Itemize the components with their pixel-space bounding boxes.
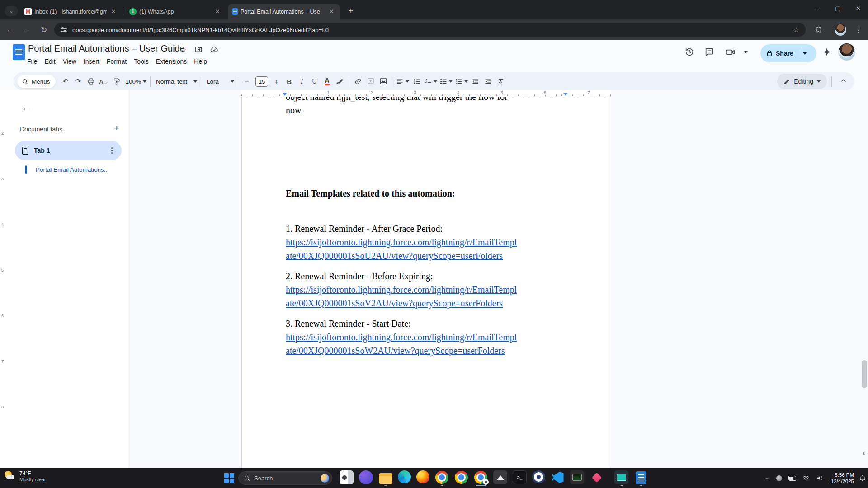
document-page[interactable]: object named hjjh_test, selecting that w…: [241, 97, 611, 468]
menu-view[interactable]: View: [59, 57, 80, 66]
add-comment-icon[interactable]: [364, 75, 377, 88]
clock-widget[interactable]: 5:56 PM 12/4/2025: [831, 472, 854, 484]
right-indent-marker[interactable]: [563, 93, 568, 96]
pgadmin-icon[interactable]: [532, 470, 545, 483]
menu-edit[interactable]: Edit: [41, 57, 59, 66]
notes-doc-app-icon[interactable]: [634, 470, 648, 484]
editing-mode-button[interactable]: Editing: [777, 74, 827, 89]
browser-profile-avatar[interactable]: [835, 24, 846, 36]
increase-indent-icon[interactable]: [482, 75, 494, 88]
start-button[interactable]: [224, 473, 234, 483]
battery-icon[interactable]: [788, 476, 796, 481]
side-panel-collapse-chevron-icon[interactable]: ‹: [863, 448, 865, 458]
window-close-button[interactable]: ✕: [848, 0, 868, 16]
tab-options-kebab-icon[interactable]: [107, 147, 116, 154]
zoom-select[interactable]: 100%: [123, 75, 148, 88]
account-avatar[interactable]: [838, 43, 855, 61]
bookmark-star-icon[interactable]: ☆: [793, 26, 799, 34]
chrome-profile-1-icon[interactable]: [435, 470, 449, 484]
numbered-list-icon[interactable]: [454, 75, 469, 88]
diamond-app-icon[interactable]: [590, 470, 604, 484]
italic-icon[interactable]: I: [296, 75, 308, 88]
vscode-icon[interactable]: [551, 470, 565, 484]
paint-format-icon[interactable]: [110, 75, 123, 88]
vertical-scrollbar-thumb[interactable]: [862, 360, 867, 388]
email-template-link-3[interactable]: https://isijoftoronto.lightning.force.co…: [286, 332, 517, 356]
window-maximize-button[interactable]: ▢: [828, 0, 848, 16]
site-settings-icon[interactable]: [61, 28, 67, 31]
move-folder-icon[interactable]: [194, 45, 203, 56]
file-explorer-icon[interactable]: [378, 470, 392, 484]
share-button[interactable]: Share: [760, 44, 816, 62]
bold-icon[interactable]: B: [283, 75, 295, 88]
font-size-increase-icon[interactable]: +: [270, 75, 283, 88]
email-template-link-1[interactable]: https://isijoftoronto.lightning.force.co…: [286, 237, 517, 261]
menu-tools[interactable]: Tools: [130, 57, 152, 66]
align-select-icon[interactable]: [395, 75, 410, 88]
font-size-field[interactable]: 15: [255, 76, 268, 87]
print-icon[interactable]: [85, 75, 97, 88]
media-app-icon[interactable]: [359, 470, 373, 484]
highlight-color-icon[interactable]: [334, 75, 346, 88]
reload-icon[interactable]: ↻: [38, 24, 50, 36]
new-tab-button[interactable]: +: [345, 5, 356, 16]
google-docs-logo-icon[interactable]: [13, 44, 25, 60]
gemini-spark-icon[interactable]: [821, 46, 833, 58]
menu-insert[interactable]: Insert: [80, 57, 103, 66]
address-bar[interactable]: docs.google.com/document/d/1jpc3R6Cmpii0…: [54, 23, 806, 37]
share-dropdown-caret-icon[interactable]: [803, 52, 807, 55]
bulleted-list-icon[interactable]: [439, 75, 453, 88]
star-document-icon[interactable]: ☆: [180, 45, 187, 55]
cloud-saved-icon[interactable]: [210, 45, 218, 56]
browser-menu-kebab-icon[interactable]: ⋮: [853, 24, 864, 36]
text-color-icon[interactable]: A: [325, 77, 330, 85]
close-sidebar-back-icon[interactable]: ←: [18, 99, 34, 116]
sidebar-outline-item[interactable]: Portal Email Automations...: [25, 165, 109, 174]
edge-icon[interactable]: [398, 470, 411, 483]
font-size-decrease-icon[interactable]: −: [241, 75, 253, 88]
browser-tab-whatsapp[interactable]: 1 (1) WhatsApp ✕: [125, 4, 226, 19]
wifi-icon[interactable]: [802, 474, 810, 482]
forward-icon[interactable]: →: [21, 24, 33, 36]
insert-link-icon[interactable]: [352, 75, 364, 88]
extensions-puzzle-icon[interactable]: [813, 24, 825, 36]
spelling-check-icon[interactable]: A: [98, 75, 110, 88]
left-indent-marker[interactable]: [283, 93, 287, 96]
decrease-indent-icon[interactable]: [469, 75, 481, 88]
browser-tab-docs-active[interactable]: Portal Email Automations – Use ✕: [228, 4, 340, 19]
menus-search-button[interactable]: Menus: [17, 75, 56, 88]
paragraph-style-select[interactable]: Normal text: [153, 75, 198, 88]
chrome-profile-2-icon[interactable]: [454, 470, 468, 484]
copilot-app-icon[interactable]: [340, 470, 354, 484]
menu-file[interactable]: File: [24, 57, 41, 66]
meet-dropdown-caret-icon[interactable]: [744, 51, 748, 53]
insert-image-icon[interactable]: [377, 75, 389, 88]
email-template-link-2[interactable]: https://isijoftoronto.lightning.force.co…: [286, 285, 517, 308]
line-spacing-icon[interactable]: [410, 75, 423, 88]
sidebar-tab-1[interactable]: Tab 1: [15, 141, 122, 160]
comments-icon[interactable]: [703, 46, 715, 58]
weather-widget[interactable]: 74°F Mostly clear: [4, 470, 46, 483]
chrome-active-window-icon[interactable]: [474, 470, 488, 484]
firefox-icon[interactable]: [416, 470, 429, 483]
tray-expand-chevron-icon[interactable]: [764, 475, 770, 481]
tray-status-sphere-icon[interactable]: [776, 475, 782, 481]
browser-tab-gmail[interactable]: M Inbox (1) - ishann.tforce@gmai ✕: [20, 4, 122, 19]
underline-icon[interactable]: U: [308, 75, 321, 88]
tab-close-icon[interactable]: ✕: [109, 8, 118, 16]
terminal-icon[interactable]: >_: [513, 470, 527, 484]
horizontal-ruler[interactable]: 1 2 3 4 5 6 7: [241, 90, 611, 97]
tab-close-icon[interactable]: ✕: [213, 8, 222, 16]
undo-icon[interactable]: ↶: [60, 75, 72, 88]
vm-monitor-app-icon[interactable]: [614, 470, 628, 484]
menu-help[interactable]: Help: [190, 57, 211, 66]
document-title[interactable]: Portal Email Automations – User Guide: [28, 43, 185, 54]
window-minimize-button[interactable]: —: [807, 0, 828, 16]
remote-pc-icon[interactable]: [570, 470, 584, 484]
clear-formatting-icon[interactable]: [495, 75, 507, 88]
menu-format[interactable]: Format: [103, 57, 130, 66]
collapse-toolbar-icon[interactable]: [836, 75, 851, 88]
version-history-icon[interactable]: [684, 46, 695, 58]
font-select[interactable]: Lora: [204, 75, 235, 88]
volume-icon[interactable]: [816, 474, 823, 482]
